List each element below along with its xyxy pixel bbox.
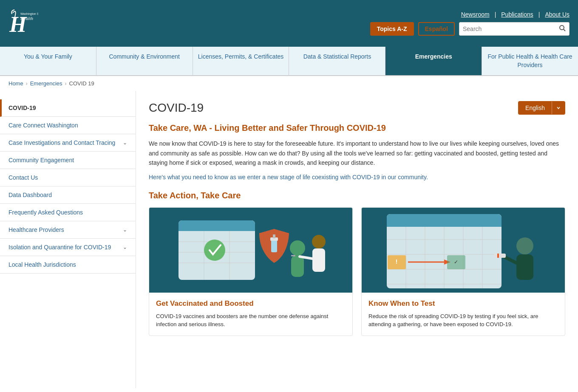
sidebar-item-isolation[interactable]: Isolation and Quarantine for COVID-19 ⌄ — [0, 239, 136, 256]
logo-icon: H Washington State Department of Health — [8, 6, 38, 40]
card-test-text: Reduce the risk of spreading COVID-19 by… — [368, 312, 558, 329]
sidebar-item-covid19[interactable]: COVID-19 — [0, 99, 136, 117]
search-icon — [559, 25, 566, 31]
svg-text:✓: ✓ — [454, 259, 458, 265]
sidebar-item-healthcare-providers[interactable]: Healthcare Providers ⌄ — [0, 221, 136, 239]
breadcrumb: Home › Emergencies › COVID 19 — [0, 76, 578, 91]
page-title: COVID-19 — [149, 101, 204, 115]
svg-rect-15 — [271, 240, 277, 252]
svg-rect-19 — [291, 256, 304, 277]
page-layout: COVID-19 Care Connect Washington Case In… — [0, 91, 578, 388]
sidebar-item-care-connect[interactable]: Care Connect Washington — [0, 117, 136, 134]
sidebar-item-label: Local Health Jurisdictions — [8, 261, 76, 268]
vaccine-illustration — [149, 208, 352, 293]
sidebar-item-label: COVID-19 — [8, 104, 36, 111]
main-nav: You & Your Family Community & Environmen… — [0, 47, 578, 76]
sidebar-item-label: Community Engagement — [8, 157, 74, 164]
svg-rect-44 — [516, 254, 533, 280]
sidebar-item-case-investigations[interactable]: Case Investigations and Contact Tracing … — [0, 134, 136, 152]
search-box — [459, 22, 570, 36]
svg-point-3 — [560, 25, 564, 30]
take-action-heading: Take Action, Take Care — [149, 191, 565, 200]
page-title-row: COVID-19 English — [149, 101, 565, 115]
search-input[interactable] — [463, 25, 559, 32]
breadcrumb-sep-1: › — [26, 81, 28, 87]
svg-text:Health: Health — [20, 16, 33, 21]
svg-rect-17 — [273, 234, 275, 238]
svg-point-18 — [290, 240, 305, 256]
sidebar-item-label: Healthcare Providers — [8, 226, 64, 233]
svg-point-20 — [312, 235, 326, 248]
main-content: COVID-19 English Take Care, WA - Living … — [136, 91, 578, 388]
breadcrumb-home[interactable]: Home — [8, 80, 23, 87]
nav-item-data[interactable]: Data & Statistical Reports — [289, 47, 385, 75]
language-selector: English — [518, 101, 565, 115]
chevron-down-icon: ⌄ — [123, 244, 127, 250]
chevron-down-icon: ⌄ — [123, 227, 127, 233]
publications-link[interactable]: Publications — [501, 11, 533, 18]
sidebar-item-data-dashboard[interactable]: Data Dashboard — [0, 186, 136, 204]
sidebar-item-contact-us[interactable]: Contact Us — [0, 169, 136, 186]
section-heading: Take Care, WA - Living Better and Safer … — [149, 123, 565, 133]
svg-text:Washington State Department of: Washington State Department of — [20, 12, 38, 16]
body-text-2: Here's what you need to know as we enter… — [149, 172, 565, 182]
nav-item-licenses[interactable]: Licenses, Permits, & Certificates — [193, 47, 289, 75]
language-dropdown-button[interactable] — [552, 102, 565, 114]
sidebar-item-label: Care Connect Washington — [8, 122, 78, 129]
nav-item-providers[interactable]: For Public Health & Health Care Provider… — [482, 47, 578, 75]
sidebar-item-faq[interactable]: Frequently Asked Questions — [0, 204, 136, 221]
sidebar-item-label: Frequently Asked Questions — [8, 209, 83, 216]
sidebar-item-label: Contact Us — [8, 174, 38, 181]
header-right: Newsroom | Publications | About Us Topic… — [370, 11, 570, 36]
chevron-down-icon — [556, 106, 561, 110]
card-test-body: Know When to Test Reduce the risk of spr… — [362, 293, 565, 336]
breadcrumb-current: COVID 19 — [69, 80, 94, 87]
sidebar-item-label: Case Investigations and Contact Tracing — [8, 139, 115, 146]
espanol-button[interactable]: Español — [418, 22, 455, 36]
card-vaccine-body: Get Vaccinated and Boosted COVID-19 vacc… — [149, 293, 352, 336]
sidebar-item-label: Isolation and Quarantine for COVID-19 — [8, 244, 111, 251]
svg-rect-46 — [494, 254, 506, 258]
svg-rect-8 — [178, 227, 255, 231]
breadcrumb-sep-2: › — [65, 81, 67, 87]
logo-area: H Washington State Department of Health — [8, 6, 43, 40]
header-controls: Topics A-Z Español — [370, 22, 570, 36]
nav-item-emergencies[interactable]: Emergencies — [385, 47, 482, 75]
language-button[interactable]: English — [518, 102, 552, 114]
cards-row: Get Vaccinated and Boosted COVID-19 vacc… — [149, 207, 565, 336]
breadcrumb-emergencies[interactable]: Emergencies — [30, 80, 62, 87]
nav-item-community[interactable]: Community & Environment — [96, 47, 193, 75]
sidebar: COVID-19 Care Connect Washington Case In… — [0, 91, 136, 388]
svg-rect-27 — [387, 223, 502, 227]
card-vaccine-image — [149, 208, 352, 293]
svg-point-43 — [516, 237, 533, 254]
card-test-image: ! ✓ — [362, 208, 565, 293]
search-button[interactable] — [559, 25, 566, 33]
sidebar-item-local-health[interactable]: Local Health Jurisdictions — [0, 256, 136, 274]
newsroom-link[interactable]: Newsroom — [461, 11, 490, 18]
svg-text:!: ! — [396, 258, 398, 265]
svg-rect-21 — [312, 248, 325, 272]
svg-point-14 — [204, 240, 225, 261]
card-test-title: Know When to Test — [368, 299, 558, 308]
sidebar-item-label: Data Dashboard — [8, 192, 52, 198]
card-vaccine-text: COVID-19 vaccines and boosters are the n… — [156, 312, 346, 329]
header-links: Newsroom | Publications | About Us — [461, 11, 570, 18]
card-vaccine-title: Get Vaccinated and Boosted — [156, 299, 346, 308]
body-text-1: We now know that COVID-19 is here to sta… — [149, 139, 565, 167]
card-test: ! ✓ — [361, 207, 565, 336]
about-us-link[interactable]: About Us — [545, 11, 570, 18]
test-illustration: ! ✓ — [362, 208, 565, 293]
sidebar-item-community-engagement[interactable]: Community Engagement — [0, 152, 136, 169]
svg-rect-47 — [497, 254, 499, 258]
nav-item-family[interactable]: You & Your Family — [0, 47, 96, 75]
header: H Washington State Department of Health … — [0, 0, 578, 47]
card-vaccinate: Get Vaccinated and Boosted COVID-19 vacc… — [149, 207, 353, 336]
topics-az-button[interactable]: Topics A-Z — [370, 22, 414, 36]
chevron-down-icon: ⌄ — [123, 140, 127, 146]
svg-line-4 — [564, 29, 565, 31]
